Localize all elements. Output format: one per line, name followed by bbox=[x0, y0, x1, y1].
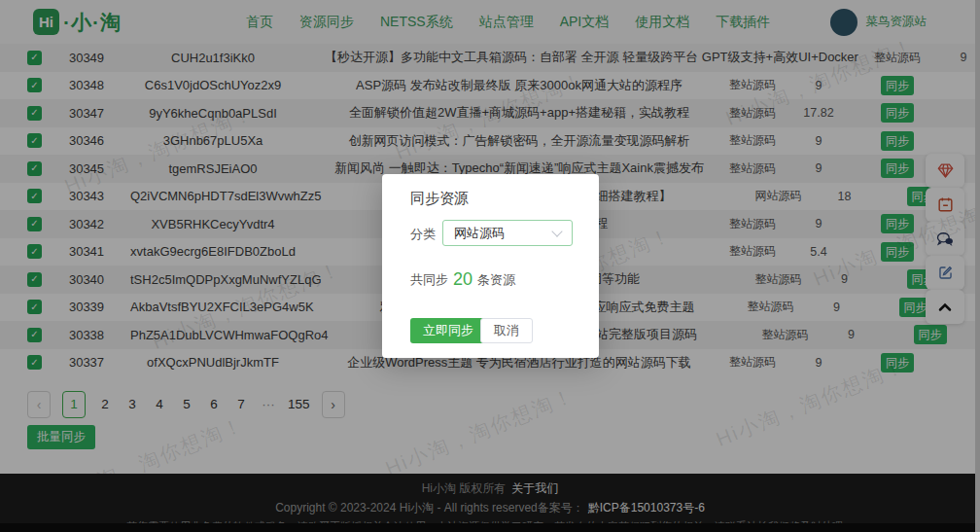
sync-count-summary: 共同步 20 条资源 bbox=[410, 269, 515, 290]
sync-resources-dialog: 同步资源 分类 网站源码 共同步 20 条资源 立即同步 取消 bbox=[382, 174, 599, 358]
sync-count: 20 bbox=[453, 269, 472, 290]
category-select[interactable]: 网站源码 bbox=[442, 220, 573, 246]
category-select-value: 网站源码 bbox=[454, 225, 505, 242]
cancel-button[interactable]: 取消 bbox=[480, 318, 533, 343]
category-label: 分类 bbox=[410, 226, 436, 243]
chevron-down-icon bbox=[551, 226, 562, 236]
confirm-sync-button[interactable]: 立即同步 bbox=[410, 318, 486, 343]
dialog-title: 同步资源 bbox=[410, 190, 469, 208]
